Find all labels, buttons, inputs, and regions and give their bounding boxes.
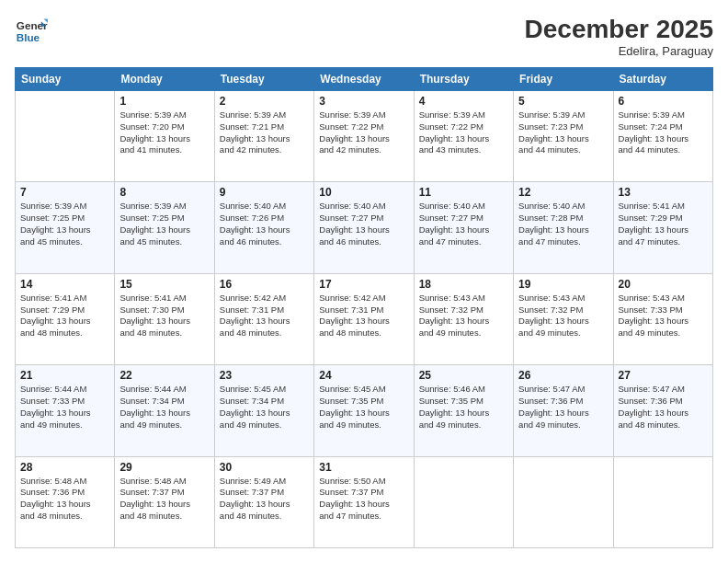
day-number: 30 [220,461,309,474]
calendar-cell: 3Sunrise: 5:39 AM Sunset: 7:22 PM Daylig… [314,91,414,182]
col-header-saturday: Saturday [613,68,712,91]
calendar-cell: 21Sunrise: 5:44 AM Sunset: 7:33 PM Dayli… [16,365,115,456]
calendar-cell: 24Sunrise: 5:45 AM Sunset: 7:35 PM Dayli… [314,365,414,456]
day-number: 28 [20,461,109,474]
calendar-cell: 5Sunrise: 5:39 AM Sunset: 7:23 PM Daylig… [514,91,613,182]
day-number: 26 [518,369,608,382]
day-number: 23 [220,369,309,382]
week-row-4: 21Sunrise: 5:44 AM Sunset: 7:33 PM Dayli… [16,365,713,456]
day-info: Sunrise: 5:39 AM Sunset: 7:21 PM Dayligh… [220,109,309,156]
col-header-wednesday: Wednesday [314,68,414,91]
day-number: 4 [419,95,508,108]
logo: General Blue [15,15,48,48]
calendar-cell: 30Sunrise: 5:49 AM Sunset: 7:37 PM Dayli… [214,456,313,547]
day-number: 5 [518,95,608,108]
day-info: Sunrise: 5:47 AM Sunset: 7:36 PM Dayligh… [518,384,608,431]
day-number: 13 [619,186,708,199]
day-info: Sunrise: 5:46 AM Sunset: 7:35 PM Dayligh… [419,384,508,431]
header: General Blue December 2025 Edelira, Para… [15,15,713,58]
week-row-2: 7Sunrise: 5:39 AM Sunset: 7:25 PM Daylig… [16,182,713,273]
day-number: 11 [419,186,508,199]
day-number: 2 [220,95,309,108]
day-number: 7 [20,186,109,199]
calendar-cell: 28Sunrise: 5:48 AM Sunset: 7:36 PM Dayli… [16,456,115,547]
page: General Blue December 2025 Edelira, Para… [0,0,728,563]
day-number: 18 [419,278,508,291]
svg-text:Blue: Blue [17,31,40,43]
calendar-cell: 31Sunrise: 5:50 AM Sunset: 7:37 PM Dayli… [314,456,414,547]
day-info: Sunrise: 5:44 AM Sunset: 7:33 PM Dayligh… [20,384,109,431]
day-number: 17 [319,278,408,291]
day-number: 24 [319,369,408,382]
day-info: Sunrise: 5:40 AM Sunset: 7:27 PM Dayligh… [319,201,408,247]
calendar-cell [16,91,115,182]
day-number: 20 [619,278,708,291]
col-header-thursday: Thursday [414,68,513,91]
day-number: 19 [518,278,608,291]
day-number: 29 [119,461,209,474]
week-row-5: 28Sunrise: 5:48 AM Sunset: 7:36 PM Dayli… [16,456,713,547]
day-info: Sunrise: 5:43 AM Sunset: 7:33 PM Dayligh… [619,293,708,339]
day-info: Sunrise: 5:39 AM Sunset: 7:25 PM Dayligh… [20,201,109,247]
month-title: December 2025 [525,15,713,44]
day-number: 8 [119,186,209,199]
calendar-cell: 10Sunrise: 5:40 AM Sunset: 7:27 PM Dayli… [314,182,414,273]
week-row-1: 1Sunrise: 5:39 AM Sunset: 7:20 PM Daylig… [16,91,713,182]
day-info: Sunrise: 5:39 AM Sunset: 7:24 PM Dayligh… [619,109,708,156]
calendar-header-row: SundayMondayTuesdayWednesdayThursdayFrid… [16,68,713,91]
day-info: Sunrise: 5:39 AM Sunset: 7:20 PM Dayligh… [119,109,209,156]
calendar-cell: 12Sunrise: 5:40 AM Sunset: 7:28 PM Dayli… [514,182,613,273]
calendar-cell: 18Sunrise: 5:43 AM Sunset: 7:32 PM Dayli… [414,273,513,364]
day-info: Sunrise: 5:43 AM Sunset: 7:32 PM Dayligh… [518,293,608,339]
day-info: Sunrise: 5:40 AM Sunset: 7:27 PM Dayligh… [419,201,508,247]
day-info: Sunrise: 5:39 AM Sunset: 7:23 PM Dayligh… [518,109,608,156]
col-header-monday: Monday [115,68,214,91]
calendar-cell: 19Sunrise: 5:43 AM Sunset: 7:32 PM Dayli… [514,273,613,364]
day-info: Sunrise: 5:40 AM Sunset: 7:26 PM Dayligh… [220,201,309,247]
day-number: 3 [319,95,408,108]
day-info: Sunrise: 5:41 AM Sunset: 7:30 PM Dayligh… [119,293,209,339]
calendar-cell: 29Sunrise: 5:48 AM Sunset: 7:37 PM Dayli… [115,456,214,547]
day-number: 31 [319,461,408,474]
calendar-cell: 20Sunrise: 5:43 AM Sunset: 7:33 PM Dayli… [613,273,712,364]
calendar-cell: 7Sunrise: 5:39 AM Sunset: 7:25 PM Daylig… [16,182,115,273]
day-info: Sunrise: 5:48 AM Sunset: 7:37 PM Dayligh… [119,476,209,523]
logo-icon: General Blue [15,15,48,48]
calendar-cell: 23Sunrise: 5:45 AM Sunset: 7:34 PM Dayli… [214,365,313,456]
calendar-cell: 4Sunrise: 5:39 AM Sunset: 7:22 PM Daylig… [414,91,513,182]
day-number: 1 [119,95,209,108]
calendar-table: SundayMondayTuesdayWednesdayThursdayFrid… [15,67,713,548]
day-info: Sunrise: 5:49 AM Sunset: 7:37 PM Dayligh… [220,476,309,523]
calendar-cell: 6Sunrise: 5:39 AM Sunset: 7:24 PM Daylig… [613,91,712,182]
calendar-cell [514,456,613,547]
day-number: 21 [20,369,109,382]
day-number: 12 [518,186,608,199]
day-number: 9 [220,186,309,199]
day-info: Sunrise: 5:39 AM Sunset: 7:25 PM Dayligh… [119,201,209,247]
day-info: Sunrise: 5:42 AM Sunset: 7:31 PM Dayligh… [319,293,408,339]
calendar-cell: 27Sunrise: 5:47 AM Sunset: 7:36 PM Dayli… [613,365,712,456]
day-info: Sunrise: 5:45 AM Sunset: 7:35 PM Dayligh… [319,384,408,431]
title-block: December 2025 Edelira, Paraguay [525,15,713,58]
day-info: Sunrise: 5:40 AM Sunset: 7:28 PM Dayligh… [518,201,608,247]
location-subtitle: Edelira, Paraguay [525,44,713,58]
col-header-friday: Friday [514,68,613,91]
calendar-cell: 9Sunrise: 5:40 AM Sunset: 7:26 PM Daylig… [214,182,313,273]
calendar-cell: 17Sunrise: 5:42 AM Sunset: 7:31 PM Dayli… [314,273,414,364]
day-number: 14 [20,278,109,291]
calendar-cell: 26Sunrise: 5:47 AM Sunset: 7:36 PM Dayli… [514,365,613,456]
day-info: Sunrise: 5:45 AM Sunset: 7:34 PM Dayligh… [220,384,309,431]
calendar-cell: 15Sunrise: 5:41 AM Sunset: 7:30 PM Dayli… [115,273,214,364]
day-number: 16 [220,278,309,291]
calendar-cell: 22Sunrise: 5:44 AM Sunset: 7:34 PM Dayli… [115,365,214,456]
day-info: Sunrise: 5:50 AM Sunset: 7:37 PM Dayligh… [319,476,408,523]
day-number: 22 [119,369,209,382]
col-header-sunday: Sunday [16,68,115,91]
day-number: 25 [419,369,508,382]
day-info: Sunrise: 5:39 AM Sunset: 7:22 PM Dayligh… [319,109,408,156]
calendar-cell: 8Sunrise: 5:39 AM Sunset: 7:25 PM Daylig… [115,182,214,273]
calendar-cell: 2Sunrise: 5:39 AM Sunset: 7:21 PM Daylig… [214,91,313,182]
day-info: Sunrise: 5:44 AM Sunset: 7:34 PM Dayligh… [119,384,209,431]
day-number: 27 [619,369,708,382]
col-header-tuesday: Tuesday [214,68,313,91]
